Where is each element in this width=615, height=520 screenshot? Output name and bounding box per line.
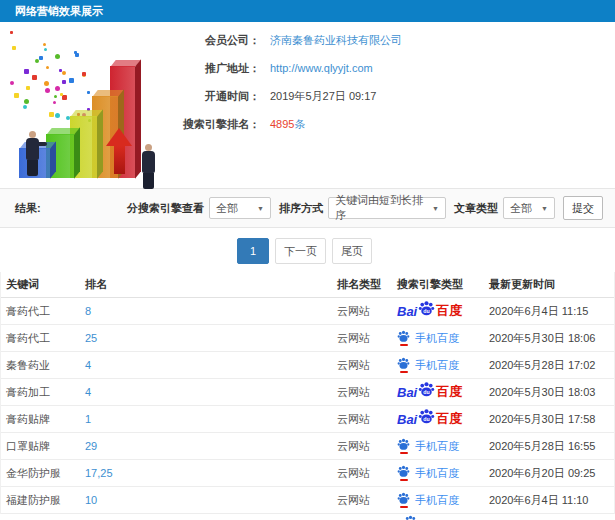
submit-button[interactable]: 提交 — [563, 196, 603, 220]
confetti-dot — [53, 101, 56, 104]
baidu-mobile-logo[interactable]: 手机百度 — [397, 465, 459, 481]
rank-link[interactable]: 17,25 — [85, 460, 337, 487]
info-row-1: 推广地址：http://www.qlyyjt.com — [178, 62, 608, 75]
info-value[interactable]: 济南秦鲁药业科技有限公司 — [270, 34, 402, 47]
confetti-dot — [12, 46, 16, 50]
baidu-logo-cn: 百度 — [436, 410, 462, 428]
baidu-mobile-icon — [397, 465, 410, 481]
updated-cell: 2020年6月20日 09:25 — [489, 460, 614, 487]
engine-cell: Baidu百度 — [397, 379, 489, 406]
table-row: 福建防护服10云网站手机百度2020年6月4日 11:10 — [1, 487, 614, 514]
confetti-dot — [35, 59, 39, 63]
table-row: 口罩贴牌29云网站手机百度2020年5月28日 16:55 — [1, 433, 614, 460]
pagination: 1 下一页 尾页 — [0, 238, 615, 264]
baidu-mobile-label: 手机百度 — [415, 331, 459, 346]
confetti-dot — [46, 66, 49, 69]
member-info-panel: 会员公司：济南秦鲁药业科技有限公司推广地址：http://www.qlyyjt.… — [178, 34, 608, 146]
confetti-dot — [62, 95, 67, 100]
baidu-paw-icon: du — [418, 408, 435, 425]
baidu-paw-icon: du — [418, 300, 435, 319]
svg-text:du: du — [423, 388, 429, 394]
keyword-cell: 膏药贴牌 — [1, 406, 85, 433]
header-engine-type: 搜索引擎类型 — [397, 272, 489, 298]
next-page-button[interactable]: 下一页 — [275, 238, 326, 264]
businessman-right — [142, 144, 155, 189]
info-value[interactable]: http://www.qlyyjt.com — [270, 62, 373, 75]
confetti-dot — [49, 112, 54, 117]
sort-select[interactable]: 关键词由短到长排序 ▼ — [328, 197, 446, 219]
baidu-mobile-icon — [397, 357, 410, 373]
keyword-cell: 膏药代工 — [1, 325, 85, 352]
search-engine-rank-count: 4895条 — [270, 118, 305, 131]
baidu-paw-icon — [397, 492, 410, 505]
engine-cell: Baidu百度 — [397, 406, 489, 433]
engine-cell: 手机百度 — [397, 460, 489, 487]
page-1-button[interactable]: 1 — [237, 238, 269, 264]
table-header-row: 关键词 排名 排名类型 搜索引擎类型 最新更新时间 — [1, 272, 614, 298]
baidu-mobile-label: 手机百度 — [415, 358, 459, 373]
baidu-logo[interactable]: Baidu百度 — [397, 410, 462, 429]
rank-type-cell: 云网站 — [337, 406, 397, 433]
baidu-logo[interactable]: Baidu百度 — [397, 383, 462, 402]
baidu-logo-text: Bai — [397, 412, 417, 427]
filter-controls: 分搜索引擎查看 全部 ▼ 排序方式 关键词由短到长排序 ▼ 文章类型 全部 ▼ … — [119, 196, 615, 220]
keyword-cell: 秦鲁药业 — [1, 352, 85, 379]
updated-cell: 2020年5月28日 16:55 — [489, 433, 614, 460]
sort-filter-label: 排序方式 — [279, 201, 323, 216]
info-row-0: 会员公司：济南秦鲁药业科技有限公司 — [178, 34, 608, 47]
keyword-ranking-table: 关键词 排名 排名类型 搜索引擎类型 最新更新时间 膏药代工8云网站Baidu百… — [1, 272, 614, 514]
updated-cell: 2020年5月30日 18:06 — [489, 325, 614, 352]
rank-link[interactable]: 1 — [85, 406, 337, 433]
table-row: 膏药加工4云网站Baidu百度2020年5月30日 18:03 — [1, 379, 614, 406]
sort-select-value: 关键词由短到长排序 — [335, 193, 425, 223]
baidu-mobile-logo[interactable]: 手机百度 — [397, 438, 459, 454]
confetti-dot — [75, 53, 79, 57]
baidu-mobile-logo[interactable]: 手机百度 — [397, 492, 459, 508]
baidu-mobile-underline — [400, 452, 408, 454]
article-type-label: 文章类型 — [454, 201, 498, 216]
baidu-mobile-underline — [400, 344, 408, 346]
keyword-cell: 福建防护服 — [1, 487, 85, 514]
rank-link[interactable]: 25 — [85, 325, 337, 352]
rank-link[interactable]: 4 — [85, 379, 337, 406]
rank-link[interactable]: 10 — [85, 487, 337, 514]
rank-type-cell: 云网站 — [337, 487, 397, 514]
baidu-paw-icon — [404, 515, 417, 520]
confetti-dot — [10, 81, 14, 85]
confetti-dot — [62, 71, 66, 75]
baidu-mobile-logo[interactable]: 手机百度 — [397, 330, 459, 346]
engine-cell: 手机百度 — [397, 325, 489, 352]
keyword-cell: 金华防护服 — [1, 460, 85, 487]
confetti-dot — [55, 86, 60, 91]
baidu-mobile-underline — [400, 479, 408, 481]
rank-type-cell: 云网站 — [337, 352, 397, 379]
filter-bar: 结果: 分搜索引擎查看 全部 ▼ 排序方式 关键词由短到长排序 ▼ 文章类型 全… — [0, 188, 615, 228]
article-type-select[interactable]: 全部 ▼ — [503, 197, 555, 219]
baidu-mobile-icon — [397, 492, 410, 508]
info-label: 推广地址： — [178, 62, 260, 75]
info-label: 会员公司： — [178, 34, 260, 47]
confetti-dot — [26, 86, 30, 90]
window-title-bar: 网络营销效果展示 — [0, 0, 615, 22]
rank-link[interactable]: 8 — [85, 298, 337, 325]
baidu-mobile-underline — [400, 506, 408, 508]
rank-link[interactable]: 29 — [85, 433, 337, 460]
results-table-container: 关键词 排名 排名类型 搜索引擎类型 最新更新时间 膏药代工8云网站Baidu百… — [0, 272, 615, 514]
baidu-paw-icon: du — [418, 408, 435, 427]
last-page-button[interactable]: 尾页 — [332, 238, 372, 264]
updated-cell: 2020年5月30日 17:58 — [489, 406, 614, 433]
keyword-cell: 膏药代工 — [1, 298, 85, 325]
baidu-logo-text: Bai — [397, 304, 417, 319]
header-rank-type: 排名类型 — [337, 272, 397, 298]
baidu-logo-text: Bai — [397, 385, 417, 400]
engine-cell: 手机百度 — [397, 433, 489, 460]
confetti-dot — [10, 31, 13, 34]
header-updated: 最新更新时间 — [489, 272, 614, 298]
confetti-dot — [44, 48, 47, 51]
page-title: 网络营销效果展示 — [15, 5, 103, 17]
rank-type-cell: 云网站 — [337, 433, 397, 460]
baidu-logo[interactable]: Baidu百度 — [397, 302, 462, 321]
engine-select[interactable]: 全部 ▼ — [209, 197, 271, 219]
rank-link[interactable]: 4 — [85, 352, 337, 379]
baidu-mobile-logo[interactable]: 手机百度 — [397, 357, 459, 373]
